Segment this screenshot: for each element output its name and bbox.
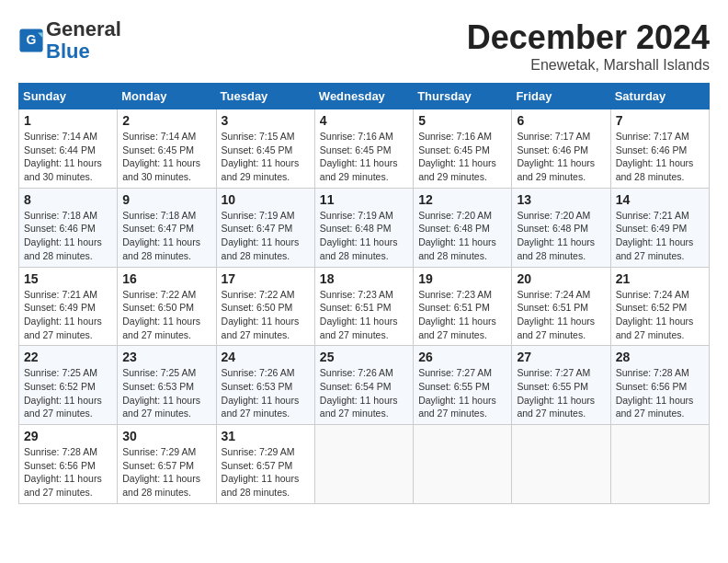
day-number: 19 xyxy=(418,271,506,286)
month-title: December 2024 xyxy=(467,18,710,57)
day-number: 6 xyxy=(517,113,605,128)
day-info: Sunrise: 7:29 AM Sunset: 6:57 PM Dayligh… xyxy=(222,445,310,500)
day-info: Sunrise: 7:17 AM Sunset: 6:46 PM Dayligh… xyxy=(517,130,605,184)
day-info: Sunrise: 7:16 AM Sunset: 6:45 PM Dayligh… xyxy=(320,130,408,184)
header-cell-thursday: Thursday xyxy=(414,84,512,109)
header-row: SundayMondayTuesdayWednesdayThursdayFrid… xyxy=(19,84,710,109)
day-cell: 31Sunrise: 7:29 AM Sunset: 6:57 PM Dayli… xyxy=(216,425,314,504)
day-info: Sunrise: 7:21 AM Sunset: 6:49 PM Dayligh… xyxy=(24,288,112,342)
day-info: Sunrise: 7:26 AM Sunset: 6:54 PM Dayligh… xyxy=(320,366,408,420)
day-cell: 24Sunrise: 7:26 AM Sunset: 6:53 PM Dayli… xyxy=(216,346,314,425)
week-row-3: 15Sunrise: 7:21 AM Sunset: 6:49 PM Dayli… xyxy=(19,267,710,346)
day-cell: 23Sunrise: 7:25 AM Sunset: 6:53 PM Dayli… xyxy=(118,346,216,425)
day-info: Sunrise: 7:18 AM Sunset: 6:46 PM Dayligh… xyxy=(24,209,112,263)
day-cell: 27Sunrise: 7:27 AM Sunset: 6:55 PM Dayli… xyxy=(512,346,610,425)
day-info: Sunrise: 7:17 AM Sunset: 6:46 PM Dayligh… xyxy=(616,130,704,184)
day-cell: 10Sunrise: 7:19 AM Sunset: 6:47 PM Dayli… xyxy=(216,188,314,267)
day-number: 30 xyxy=(122,429,210,443)
day-info: Sunrise: 7:28 AM Sunset: 6:56 PM Dayligh… xyxy=(616,366,704,420)
page-header: G General Blue December 2024 Enewetak, M… xyxy=(18,18,710,74)
day-number: 18 xyxy=(320,271,408,286)
header-cell-wednesday: Wednesday xyxy=(314,84,413,109)
day-cell: 29Sunrise: 7:28 AM Sunset: 6:56 PM Dayli… xyxy=(19,425,118,504)
day-info: Sunrise: 7:27 AM Sunset: 6:55 PM Dayligh… xyxy=(517,366,605,420)
day-number: 3 xyxy=(222,113,310,128)
day-info: Sunrise: 7:27 AM Sunset: 6:55 PM Dayligh… xyxy=(418,366,506,420)
day-number: 16 xyxy=(122,271,210,286)
day-info: Sunrise: 7:21 AM Sunset: 6:49 PM Dayligh… xyxy=(616,209,704,263)
day-cell: 8Sunrise: 7:18 AM Sunset: 6:46 PM Daylig… xyxy=(19,188,118,267)
day-cell: 18Sunrise: 7:23 AM Sunset: 6:51 PM Dayli… xyxy=(314,267,413,346)
day-number: 4 xyxy=(320,113,408,128)
title-block: December 2024 Enewetak, Marshall Islands xyxy=(467,18,710,74)
day-info: Sunrise: 7:24 AM Sunset: 6:51 PM Dayligh… xyxy=(517,288,605,342)
day-info: Sunrise: 7:25 AM Sunset: 6:52 PM Dayligh… xyxy=(24,366,112,420)
week-row-1: 1Sunrise: 7:14 AM Sunset: 6:44 PM Daylig… xyxy=(19,109,710,189)
day-cell: 14Sunrise: 7:21 AM Sunset: 6:49 PM Dayli… xyxy=(610,188,709,267)
day-cell: 2Sunrise: 7:14 AM Sunset: 6:45 PM Daylig… xyxy=(118,109,216,189)
day-info: Sunrise: 7:22 AM Sunset: 6:50 PM Dayligh… xyxy=(222,288,310,342)
day-number: 28 xyxy=(616,350,704,364)
calendar-body: 1Sunrise: 7:14 AM Sunset: 6:44 PM Daylig… xyxy=(19,109,710,504)
day-info: Sunrise: 7:20 AM Sunset: 6:48 PM Dayligh… xyxy=(517,209,605,263)
day-number: 21 xyxy=(616,271,704,286)
calendar-header: SundayMondayTuesdayWednesdayThursdayFrid… xyxy=(19,84,710,109)
day-cell: 28Sunrise: 7:28 AM Sunset: 6:56 PM Dayli… xyxy=(610,346,709,425)
logo-icon: G xyxy=(18,28,44,53)
day-cell xyxy=(314,425,413,504)
day-number: 17 xyxy=(222,271,310,286)
day-cell: 22Sunrise: 7:25 AM Sunset: 6:52 PM Dayli… xyxy=(19,346,118,425)
day-cell xyxy=(414,425,512,504)
week-row-5: 29Sunrise: 7:28 AM Sunset: 6:56 PM Dayli… xyxy=(19,425,710,504)
header-cell-sunday: Sunday xyxy=(19,84,118,109)
week-row-4: 22Sunrise: 7:25 AM Sunset: 6:52 PM Dayli… xyxy=(19,346,710,425)
day-cell: 7Sunrise: 7:17 AM Sunset: 6:46 PM Daylig… xyxy=(610,109,709,189)
day-info: Sunrise: 7:23 AM Sunset: 6:51 PM Dayligh… xyxy=(418,288,506,342)
day-number: 20 xyxy=(517,271,605,286)
header-cell-tuesday: Tuesday xyxy=(216,84,314,109)
day-number: 2 xyxy=(122,113,210,128)
day-info: Sunrise: 7:24 AM Sunset: 6:52 PM Dayligh… xyxy=(616,288,704,342)
day-info: Sunrise: 7:29 AM Sunset: 6:57 PM Dayligh… xyxy=(122,445,210,500)
location: Enewetak, Marshall Islands xyxy=(467,57,710,74)
day-info: Sunrise: 7:19 AM Sunset: 6:47 PM Dayligh… xyxy=(222,209,310,263)
day-cell: 1Sunrise: 7:14 AM Sunset: 6:44 PM Daylig… xyxy=(19,109,118,189)
day-cell xyxy=(610,425,709,504)
day-number: 29 xyxy=(24,429,112,443)
day-cell: 4Sunrise: 7:16 AM Sunset: 6:45 PM Daylig… xyxy=(314,109,413,189)
day-cell: 21Sunrise: 7:24 AM Sunset: 6:52 PM Dayli… xyxy=(610,267,709,346)
day-number: 25 xyxy=(320,350,408,364)
logo-text: General Blue xyxy=(46,18,121,63)
logo: G General Blue xyxy=(18,18,121,63)
day-cell: 11Sunrise: 7:19 AM Sunset: 6:48 PM Dayli… xyxy=(314,188,413,267)
day-cell: 16Sunrise: 7:22 AM Sunset: 6:50 PM Dayli… xyxy=(118,267,216,346)
day-info: Sunrise: 7:15 AM Sunset: 6:45 PM Dayligh… xyxy=(222,130,310,184)
day-info: Sunrise: 7:16 AM Sunset: 6:45 PM Dayligh… xyxy=(418,130,506,184)
day-cell: 15Sunrise: 7:21 AM Sunset: 6:49 PM Dayli… xyxy=(19,267,118,346)
day-cell: 19Sunrise: 7:23 AM Sunset: 6:51 PM Dayli… xyxy=(414,267,512,346)
day-number: 27 xyxy=(517,350,605,364)
day-info: Sunrise: 7:14 AM Sunset: 6:44 PM Dayligh… xyxy=(24,130,112,184)
day-cell: 3Sunrise: 7:15 AM Sunset: 6:45 PM Daylig… xyxy=(216,109,314,189)
day-number: 26 xyxy=(418,350,506,364)
day-number: 1 xyxy=(24,113,112,128)
day-number: 15 xyxy=(24,271,112,286)
day-number: 14 xyxy=(616,192,704,207)
day-info: Sunrise: 7:20 AM Sunset: 6:48 PM Dayligh… xyxy=(418,209,506,263)
day-cell: 20Sunrise: 7:24 AM Sunset: 6:51 PM Dayli… xyxy=(512,267,610,346)
header-cell-monday: Monday xyxy=(118,84,216,109)
day-cell: 25Sunrise: 7:26 AM Sunset: 6:54 PM Dayli… xyxy=(314,346,413,425)
day-info: Sunrise: 7:22 AM Sunset: 6:50 PM Dayligh… xyxy=(122,288,210,342)
day-number: 22 xyxy=(24,350,112,364)
day-cell: 30Sunrise: 7:29 AM Sunset: 6:57 PM Dayli… xyxy=(118,425,216,504)
day-info: Sunrise: 7:23 AM Sunset: 6:51 PM Dayligh… xyxy=(320,288,408,342)
header-cell-saturday: Saturday xyxy=(610,84,709,109)
day-cell: 6Sunrise: 7:17 AM Sunset: 6:46 PM Daylig… xyxy=(512,109,610,189)
day-info: Sunrise: 7:28 AM Sunset: 6:56 PM Dayligh… xyxy=(24,445,112,500)
day-cell: 17Sunrise: 7:22 AM Sunset: 6:50 PM Dayli… xyxy=(216,267,314,346)
day-number: 11 xyxy=(320,192,408,207)
day-cell: 13Sunrise: 7:20 AM Sunset: 6:48 PM Dayli… xyxy=(512,188,610,267)
day-number: 9 xyxy=(122,192,210,207)
logo-general: General xyxy=(46,17,121,40)
day-number: 7 xyxy=(616,113,704,128)
